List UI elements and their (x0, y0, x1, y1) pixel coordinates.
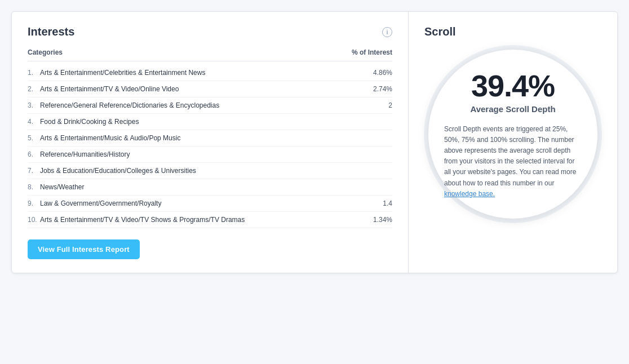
row-number: 6. (28, 150, 40, 158)
knowledge-base-link[interactable]: knowledge base. (444, 190, 495, 198)
row-number: 1. (28, 69, 40, 77)
table-row: 6. Reference/Humanities/History (28, 147, 392, 163)
interests-title: Interests (28, 25, 74, 38)
table-row: 3. Reference/General Reference/Dictionar… (28, 97, 392, 114)
row-label: Arts & Entertainment/TV & Video/Online V… (40, 85, 358, 93)
table-row: 2. Arts & Entertainment/TV & Video/Onlin… (28, 81, 392, 97)
row-label: Food & Drink/Cooking & Recipes (40, 118, 358, 126)
row-label: Jobs & Education/Education/Colleges & Un… (40, 167, 358, 175)
row-label: Arts & Entertainment/Music & Audio/Pop M… (40, 134, 358, 142)
row-value: 2 (358, 101, 392, 109)
table-row: 5. Arts & Entertainment/Music & Audio/Po… (28, 130, 392, 147)
percent-header: % of Interest (352, 48, 392, 56)
row-label: Law & Government/Government/Royalty (40, 199, 358, 207)
table-row: 10. Arts & Entertainment/TV & Video/TV S… (28, 212, 392, 228)
row-label: News/Weather (40, 183, 358, 191)
row-label: Arts & Entertainment/Celebrities & Enter… (40, 69, 358, 77)
interests-table: 1. Arts & Entertainment/Celebrities & En… (28, 65, 392, 228)
row-number: 9. (28, 199, 40, 207)
table-row: 7. Jobs & Education/Education/Colleges &… (28, 163, 392, 179)
row-number: 8. (28, 183, 40, 191)
info-icon[interactable]: i (382, 27, 392, 37)
row-number: 10. (28, 216, 40, 224)
scroll-panel: Scroll 39.4% Average Scroll Depth Scroll… (409, 12, 617, 273)
row-number: 7. (28, 167, 40, 175)
row-value: 2.74% (358, 85, 392, 93)
interests-panel: Interests i Categories % of Interest 1. … (12, 12, 409, 273)
row-number: 2. (28, 85, 40, 93)
row-label: Reference/General Reference/Dictionaries… (40, 101, 358, 109)
scroll-description: Scroll Depth events are triggered at 25%… (444, 124, 582, 199)
table-row: 8. News/Weather (28, 179, 392, 196)
interests-header: Interests i (28, 25, 392, 38)
row-label: Arts & Entertainment/TV & Video/TV Shows… (40, 216, 358, 224)
scroll-depth-label: Average Scroll Depth (470, 104, 555, 114)
table-header: Categories % of Interest (28, 48, 392, 61)
row-number: 4. (28, 118, 40, 126)
main-container: Interests i Categories % of Interest 1. … (11, 11, 618, 273)
table-row: 9. Law & Government/Government/Royalty 1… (28, 196, 392, 212)
scroll-circle: 39.4% Average Scroll Depth Scroll Depth … (428, 50, 597, 219)
categories-header: Categories (28, 48, 63, 56)
row-value: 1.4 (358, 199, 392, 207)
row-number: 5. (28, 134, 40, 142)
table-row: 1. Arts & Entertainment/Celebrities & En… (28, 65, 392, 81)
row-value: 1.34% (358, 216, 392, 224)
view-full-interests-button[interactable]: View Full Interests Report (28, 239, 140, 259)
table-row: 4. Food & Drink/Cooking & Recipes (28, 114, 392, 130)
scroll-percent-value: 39.4% (471, 70, 555, 102)
scroll-title: Scroll (424, 25, 456, 38)
row-label: Reference/Humanities/History (40, 150, 358, 158)
row-value: 4.86% (358, 69, 392, 77)
row-number: 3. (28, 101, 40, 109)
